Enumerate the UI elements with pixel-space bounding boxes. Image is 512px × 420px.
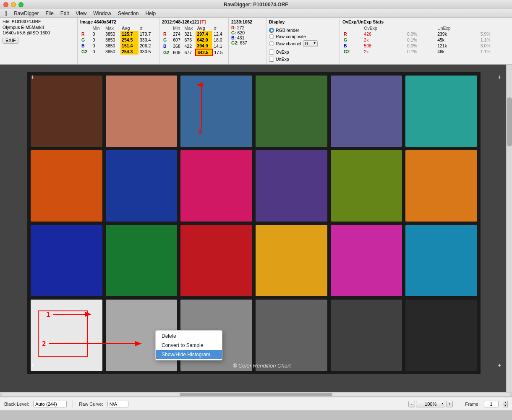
radio-rgb-circle[interactable]: [269, 28, 274, 33]
zoom-select[interactable]: 100% 50% 200% Fit: [416, 401, 445, 407]
coords-label: 2130:1062: [231, 19, 264, 24]
coords-section: 2130:1062 R: 272 G: 620 B: 431 G2: 637: [229, 18, 266, 64]
ovexp-stats-table: OvExp UnExp R 426 0.0% 239k 5.9% G 2k: [342, 25, 509, 55]
channel-select[interactable]: R G B G2: [303, 40, 318, 47]
hscroll-thumb[interactable]: [180, 393, 332, 396]
close-button[interactable]: [3, 2, 8, 7]
hscroll-track: [2, 393, 510, 396]
zoom-in-button[interactable]: +: [446, 401, 453, 407]
bottombar: Black Level: Raw Curve: - 100% 50% 200% …: [0, 397, 512, 410]
arrow-3: [197, 81, 206, 132]
cell-r1c1: [31, 76, 102, 147]
menubar:  RawDigger File Edit View Window Select…: [0, 9, 512, 18]
chart-row-2: [29, 149, 479, 223]
maximize-button[interactable]: [18, 2, 24, 7]
file-section: File: P1010074.ORF Olympus E-M5MarkII 1/…: [0, 18, 78, 64]
horizontal-scrollbar[interactable]: [0, 392, 512, 397]
cell-r3c2: [106, 225, 178, 296]
ctx-show-histogram[interactable]: Show/Hide Histogram: [156, 350, 222, 359]
display-radio-group: RGB render Raw composite Raw channel R G…: [269, 28, 337, 47]
image-stats-section: Image 4640x3472 Min Max Avg σ R 0 3850 1…: [78, 18, 159, 64]
vscroll-thumb[interactable]: [507, 97, 512, 146]
ctx-delete[interactable]: Delete: [156, 331, 222, 341]
frame-input[interactable]: [484, 401, 499, 407]
camera-info: Olympus E-M5MarkII: [3, 25, 75, 30]
crosshair-br: +: [496, 362, 503, 369]
zoom-select-wrapper: 100% 50% 200% Fit: [416, 401, 445, 407]
crosshair-tr: +: [496, 74, 503, 81]
titlebar: RawDigger: P1010074.ORF: [0, 0, 512, 9]
annotation-1: 1: [46, 310, 95, 318]
display-section: Display RGB render Raw composite Raw cha…: [266, 18, 340, 64]
menu-selection[interactable]: Selection: [115, 10, 142, 17]
menu-edit[interactable]: Edit: [57, 10, 73, 17]
black-level-label: Black Level:: [4, 402, 29, 407]
cell-r2c6: [405, 150, 477, 222]
chart-row-3: [29, 223, 479, 298]
exposure-info: 1/640s f/5.6 @ISO 1600: [3, 30, 75, 35]
display-label: Display: [269, 19, 337, 24]
menu-view[interactable]: View: [73, 10, 90, 17]
raw-curve-label: Raw Curve:: [79, 402, 103, 407]
cell-r2c4: [256, 150, 327, 222]
cell-r3c1: [31, 225, 102, 296]
crosshair-tl: +: [29, 74, 36, 81]
cell-r2c5: [331, 150, 402, 222]
radio-raw-composite[interactable]: Raw composite: [269, 34, 337, 39]
cell-r4c5: [331, 300, 402, 371]
raw-curve-input[interactable]: [107, 401, 128, 407]
radio-raw-channel-circle[interactable]: [269, 41, 274, 46]
cell-r3c3: [180, 225, 252, 296]
radio-raw-composite-circle[interactable]: [269, 34, 274, 39]
unexp-checkbox-row[interactable]: UnExp: [269, 57, 337, 62]
separator-2: [459, 400, 459, 408]
selection-stats-section: 2012:948-126x121 [F] Min Max Avg σ R 274…: [159, 18, 229, 64]
ctx-convert[interactable]: Convert to Sample: [156, 341, 222, 350]
menu-window[interactable]: Window: [90, 10, 115, 17]
main-image-area[interactable]: + + + + 1 2 3 ® Color Rendition Chart De…: [0, 65, 512, 392]
chart-row-1: [29, 74, 479, 149]
ovexp-checkbox-row[interactable]: OvExp: [269, 50, 337, 55]
context-menu[interactable]: Delete Convert to Sample Show/Hide Histo…: [155, 330, 222, 360]
arrow-2: [49, 339, 145, 348]
radio-raw-channel[interactable]: Raw channel R G B G2: [269, 40, 337, 47]
frame-up-button[interactable]: ▲: [503, 401, 508, 404]
radio-rgb[interactable]: RGB render: [269, 28, 337, 33]
cell-r2c2: [106, 150, 178, 222]
cell-r1c5: [331, 76, 402, 147]
window-controls: [0, 2, 24, 7]
cell-r1c2: [106, 76, 178, 147]
cell-r3c6: [405, 225, 477, 296]
cell-r2c3: [180, 150, 252, 222]
menu-file[interactable]: File: [42, 10, 57, 17]
apple-menu[interactable]: : [2, 10, 10, 17]
black-level-input[interactable]: [33, 401, 67, 407]
frame-down-button[interactable]: ▼: [503, 404, 508, 407]
selection-label: 2012:948-126x121: [162, 19, 199, 24]
cell-r3c5: [331, 225, 402, 296]
cell-r4c6: [405, 300, 477, 371]
menu-help[interactable]: Help: [142, 10, 159, 17]
menu-rawdigger[interactable]: RawDigger: [10, 10, 42, 17]
infobar: File: P1010074.ORF Olympus E-M5MarkII 1/…: [0, 18, 512, 65]
separator-1: [73, 400, 73, 408]
annotation-2: 2: [42, 339, 145, 348]
file-label: File: P1010074.ORF: [3, 19, 75, 24]
annotation-3: 3: [197, 81, 206, 133]
unexp-checkbox[interactable]: [269, 57, 274, 62]
crosshair-bl: +: [29, 362, 36, 369]
cell-r1c6: [405, 76, 477, 147]
selection-tag: [F]: [200, 19, 206, 24]
cell-r3c4: [256, 225, 327, 296]
exif-button[interactable]: EXIF: [3, 37, 18, 44]
frame-label: Frame:: [465, 402, 480, 407]
zoom-out-button[interactable]: -: [408, 401, 415, 407]
channel-select-wrapper: R G B G2: [303, 40, 318, 47]
image-stats-table: Min Max Avg σ R 0 3850 125.7 170.7 G 0 3: [80, 25, 157, 55]
image-stats-label: Image 4640x3472: [80, 19, 157, 24]
ovexp-section: OvExp/UnExp Stats OvExp UnExp R 426 0.0%…: [340, 18, 512, 64]
minimize-button[interactable]: [11, 2, 16, 7]
chart-row-4: [29, 298, 479, 373]
vertical-scrollbar[interactable]: [506, 65, 512, 392]
ovexp-checkbox[interactable]: [269, 50, 274, 55]
